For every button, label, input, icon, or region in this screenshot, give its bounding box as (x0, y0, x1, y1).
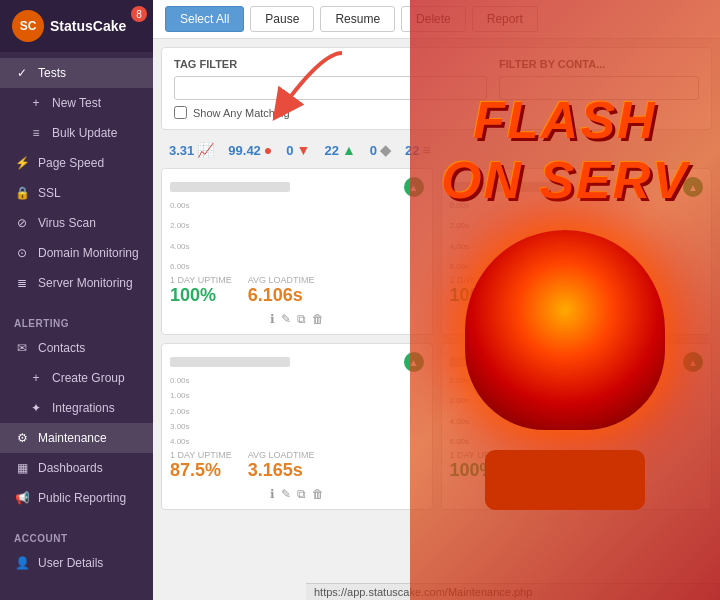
card-1-uptime-label: 1 Day Uptime (170, 275, 232, 285)
card-1-loadtime-value: 6.106s (248, 285, 315, 306)
uptime-icon: 📈 (197, 142, 214, 158)
pause-button[interactable]: Pause (250, 6, 314, 32)
sidebar-item-label-page-speed: Page Speed (38, 156, 104, 170)
flash-text-1: FLASH (473, 90, 656, 150)
sidebar-item-label-new-test: New Test (52, 96, 101, 110)
sidebar-item-label-maintenance: Maintenance (38, 431, 107, 445)
card-3-loadtime-value: 3.165s (248, 460, 315, 481)
flash-overlay: FLASH ON SERV (410, 0, 720, 600)
stat-down: 0 ▼ (286, 142, 310, 158)
sidebar-item-label-virus-scan: Virus Scan (38, 216, 96, 230)
card-3-info-icon[interactable]: ℹ (270, 487, 275, 501)
sidebar-item-label-integrations: Integrations (52, 401, 115, 415)
user-details-icon: 👤 (14, 555, 30, 571)
card-3-bars (200, 376, 226, 446)
sidebar-item-contacts[interactable]: ✉ Contacts (0, 333, 153, 363)
notification-badge: 8 (131, 6, 147, 22)
card-3-uptime-label: 1 Day Uptime (170, 450, 232, 460)
sidebar-item-server-monitoring[interactable]: ≣ Server Monitoring (0, 268, 153, 298)
card-1-uptime-row: 1 Day Uptime 100% Avg Loadtime 6.106s (170, 275, 424, 306)
resume-button[interactable]: Resume (320, 6, 395, 32)
card-3-header: ▲ (170, 352, 424, 372)
create-group-icon: + (28, 370, 44, 386)
stat-nocontact: 0 ◆ (370, 142, 391, 158)
stat-uptime: 3.31 📈 (169, 142, 214, 158)
sidebar-item-integrations[interactable]: ✦ Integrations (0, 393, 153, 423)
card-3-y-labels: 4.00s 3.00s 2.00s 1.00s 0.00s (170, 376, 198, 446)
sidebar-item-create-group[interactable]: + Create Group (0, 363, 153, 393)
stat-uptime-pct: 99.42 ● (228, 142, 272, 158)
nocontact-icon: ◆ (380, 142, 391, 158)
sidebar-item-label-ssl: SSL (38, 186, 61, 200)
sidebar-item-label-create-group: Create Group (52, 371, 125, 385)
integrations-icon: ✦ (28, 400, 44, 416)
page-speed-icon: ⚡ (14, 155, 30, 171)
card-3-copy-icon[interactable]: ⧉ (297, 487, 306, 501)
show-any-matching-checkbox[interactable] (174, 106, 187, 119)
sidebar-item-label-domain-monitoring: Domain Monitoring (38, 246, 139, 260)
dashboards-icon: ▦ (14, 460, 30, 476)
sidebar-item-label-public-reporting: Public Reporting (38, 491, 126, 505)
card-1-edit-icon[interactable]: ✎ (281, 312, 291, 326)
card-3-loadtime-label: Avg Loadtime (248, 450, 315, 460)
card-1-uptime-value: 100% (170, 285, 232, 306)
card-1-actions: ℹ ✎ ⧉ 🗑 (170, 312, 424, 326)
up-value: 22 (324, 143, 338, 158)
new-test-icon: + (28, 95, 44, 111)
sidebar: SC StatusCake 8 ✓ Tests + New Test ≡ Bul… (0, 0, 153, 600)
card-3-delete-icon[interactable]: 🗑 (312, 487, 324, 501)
flash-light (465, 230, 665, 430)
sidebar-item-bulk-update[interactable]: ≡ Bulk Update (0, 118, 153, 148)
card-1-title (170, 182, 290, 192)
sidebar-item-domain-monitoring[interactable]: ⊙ Domain Monitoring (0, 238, 153, 268)
uptime-pct-value: 99.42 (228, 143, 261, 158)
uptime-pct-icon: ● (264, 142, 272, 158)
sidebar-item-page-speed[interactable]: ⚡ Page Speed (0, 148, 153, 178)
main-content: Select All Pause Resume Delete Report TA… (153, 0, 720, 600)
domain-monitoring-icon: ⊙ (14, 245, 30, 261)
ssl-icon: 🔒 (14, 185, 30, 201)
card-3-edit-icon[interactable]: ✎ (281, 487, 291, 501)
card-1-bars (200, 201, 226, 271)
sidebar-item-public-reporting[interactable]: 📢 Public Reporting (0, 483, 153, 513)
card-1-info-icon[interactable]: ℹ (270, 312, 275, 326)
logo-icon: SC (12, 10, 44, 42)
sidebar-item-virus-scan[interactable]: ⊘ Virus Scan (0, 208, 153, 238)
account-section-label: ACCOUNT (0, 525, 153, 548)
sidebar-section-alerting: ALERTING ✉ Contacts + Create Group ✦ Int… (0, 304, 153, 519)
sidebar-item-dashboards[interactable]: ▦ Dashboards (0, 453, 153, 483)
card-3-title (170, 357, 290, 367)
down-icon: ▼ (297, 142, 311, 158)
select-all-button[interactable]: Select All (165, 6, 244, 32)
sidebar-item-label-server-monitoring: Server Monitoring (38, 276, 133, 290)
card-3-chart: 4.00s 3.00s 2.00s 1.00s 0.00s (170, 376, 424, 446)
sidebar-item-user-details[interactable]: 👤 User Details (0, 548, 153, 578)
virus-scan-icon: ⊘ (14, 215, 30, 231)
public-reporting-icon: 📢 (14, 490, 30, 506)
sidebar-section-tests: ✓ Tests + New Test ≡ Bulk Update ⚡ Page … (0, 52, 153, 304)
sidebar-item-maintenance[interactable]: ⚙ Maintenance (0, 423, 153, 453)
down-value: 0 (286, 143, 293, 158)
nocontact-value: 0 (370, 143, 377, 158)
stat-up: 22 ▲ (324, 142, 355, 158)
sidebar-section-account: ACCOUNT 👤 User Details (0, 519, 153, 584)
sidebar-item-label-user-details: User Details (38, 556, 103, 570)
card-1-chart: 6.00s 4.00s 2.00s 0.00s (170, 201, 424, 271)
flash-light-base (485, 450, 645, 510)
sidebar-item-label-bulk-update: Bulk Update (52, 126, 117, 140)
card-1-delete-icon[interactable]: 🗑 (312, 312, 324, 326)
sidebar-item-new-test[interactable]: + New Test (0, 88, 153, 118)
sidebar-item-ssl[interactable]: 🔒 SSL (0, 178, 153, 208)
app-name: StatusCake (50, 18, 126, 34)
card-1-copy-icon[interactable]: ⧉ (297, 312, 306, 326)
card-3-uptime-value: 87.5% (170, 460, 232, 481)
uptime-value: 3.31 (169, 143, 194, 158)
sidebar-item-tests[interactable]: ✓ Tests (0, 58, 153, 88)
up-icon: ▲ (342, 142, 356, 158)
sidebar-item-label-contacts: Contacts (38, 341, 85, 355)
card-1-loadtime-label: Avg Loadtime (248, 275, 315, 285)
logo-area: SC StatusCake 8 (0, 0, 153, 52)
tests-icon: ✓ (14, 65, 30, 81)
contacts-icon: ✉ (14, 340, 30, 356)
card-1-y-labels: 6.00s 4.00s 2.00s 0.00s (170, 201, 198, 271)
